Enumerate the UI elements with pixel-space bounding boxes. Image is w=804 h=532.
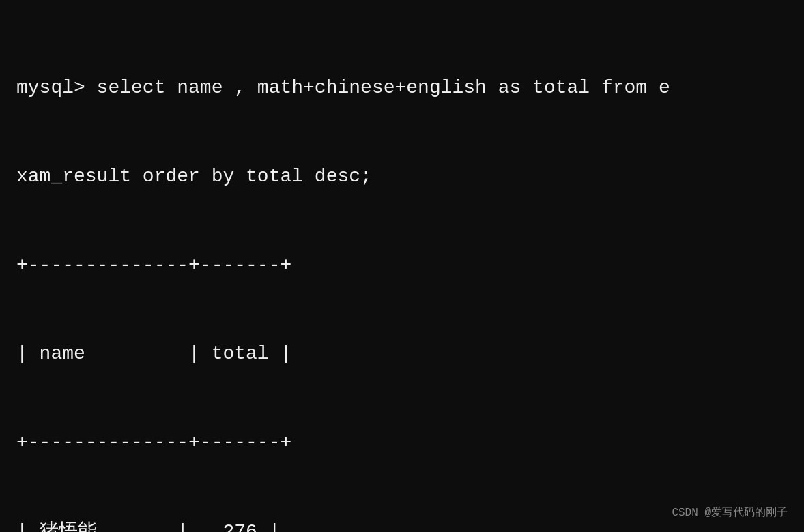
table-separator-header: +--------------+-------+ — [16, 428, 788, 457]
table-header: | name | total | — [16, 339, 788, 368]
terminal-window: mysql> select name , math+chinese+englis… — [0, 0, 804, 532]
table-separator-top: +--------------+-------+ — [16, 250, 788, 280]
command-line-1: mysql> select name , math+chinese+englis… — [16, 73, 788, 102]
command-line-2: xam_result order by total desc; — [16, 162, 788, 191]
watermark: CSDN @爱写代码的刚子 — [672, 505, 788, 520]
